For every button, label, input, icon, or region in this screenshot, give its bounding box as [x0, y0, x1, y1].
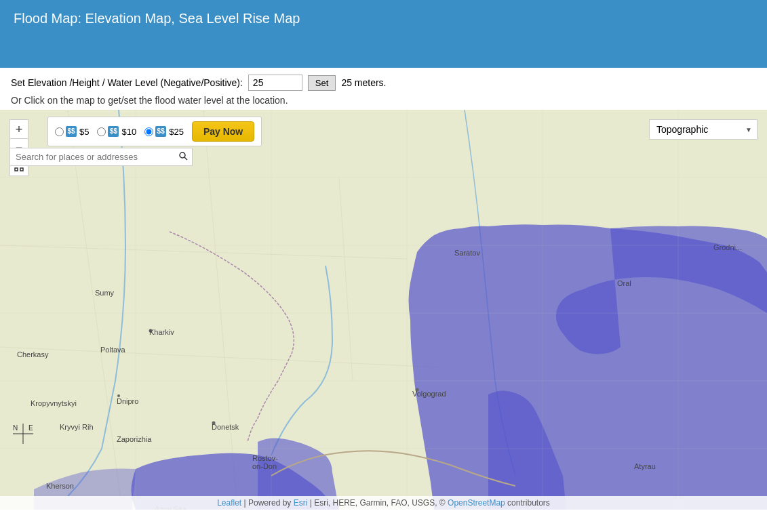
zoom-in-button[interactable]: + — [9, 119, 28, 138]
esri-link[interactable]: Esri — [294, 498, 308, 508]
svg-point-18 — [117, 394, 120, 397]
option-5-label: $5 — [79, 127, 89, 137]
click-hint: Or Click on the map to get/set the flood… — [11, 95, 756, 106]
option-10[interactable]: $$ $10 — [97, 126, 136, 137]
radio-5[interactable] — [55, 127, 64, 136]
search-button[interactable] — [174, 148, 192, 165]
search-input[interactable] — [10, 148, 174, 165]
svg-point-19 — [416, 388, 419, 392]
providers-text: | Esri, HERE, Garmin, FAO, USGS, © — [310, 498, 448, 508]
pay-now-button[interactable]: Pay Now — [192, 121, 254, 142]
elevation-label: Set Elevation /Height / Water Level (Neg… — [11, 77, 243, 88]
map-svg — [0, 110, 767, 510]
leaflet-link[interactable]: Leaflet — [217, 498, 241, 508]
meters-label: 25 meters. — [341, 77, 386, 88]
layer-select[interactable]: Topographic Streets Satellite Terrain — [649, 119, 758, 140]
option-5[interactable]: $$ $5 — [55, 126, 89, 137]
elevation-input[interactable] — [248, 75, 302, 91]
dollar-icon-10: $$ — [108, 126, 119, 137]
option-10-label: $10 — [121, 127, 136, 137]
controls-panel: Set Elevation /Height / Water Level (Neg… — [0, 68, 767, 110]
search-box — [9, 148, 193, 166]
contributors-text: contributors — [507, 498, 550, 508]
radio-10[interactable] — [97, 127, 106, 136]
map-container[interactable]: Saratov Oral Sumy Poltava Cherkasy Khark… — [0, 110, 767, 510]
svg-point-16 — [149, 329, 153, 333]
payment-widget: $$ $5 $$ $10 $$ $25 Pay Now — [47, 117, 262, 146]
set-button[interactable]: Set — [308, 75, 336, 91]
svg-text:N: N — [13, 424, 18, 432]
elevation-row: Set Elevation /Height / Water Level (Neg… — [11, 75, 756, 91]
svg-rect-29 — [20, 168, 23, 171]
search-icon — [178, 151, 188, 161]
svg-line-31 — [184, 157, 187, 160]
dollar-icon-5: $$ — [66, 126, 77, 137]
map-footer: Leaflet | Powered by Esri | Esri, HERE, … — [0, 496, 767, 510]
page-title: Flood Map: Elevation Map, Sea Level Rise… — [14, 11, 753, 26]
layer-select-wrapper: Topographic Streets Satellite Terrain — [649, 119, 758, 140]
osm-link[interactable]: OpenStreetMap — [448, 498, 505, 508]
radio-25[interactable] — [144, 127, 153, 136]
header: Flood Map: Elevation Map, Sea Level Rise… — [0, 0, 767, 68]
dollar-icon-25: $$ — [155, 126, 166, 137]
option-25[interactable]: $$ $25 — [144, 126, 184, 137]
attribution-text: | Powered by — [244, 498, 294, 508]
svg-text:E: E — [28, 424, 33, 432]
svg-rect-28 — [15, 168, 18, 171]
svg-point-17 — [212, 422, 216, 425]
svg-point-30 — [180, 152, 185, 158]
compass: N E — [9, 420, 37, 449]
option-25-label: $25 — [169, 127, 184, 137]
